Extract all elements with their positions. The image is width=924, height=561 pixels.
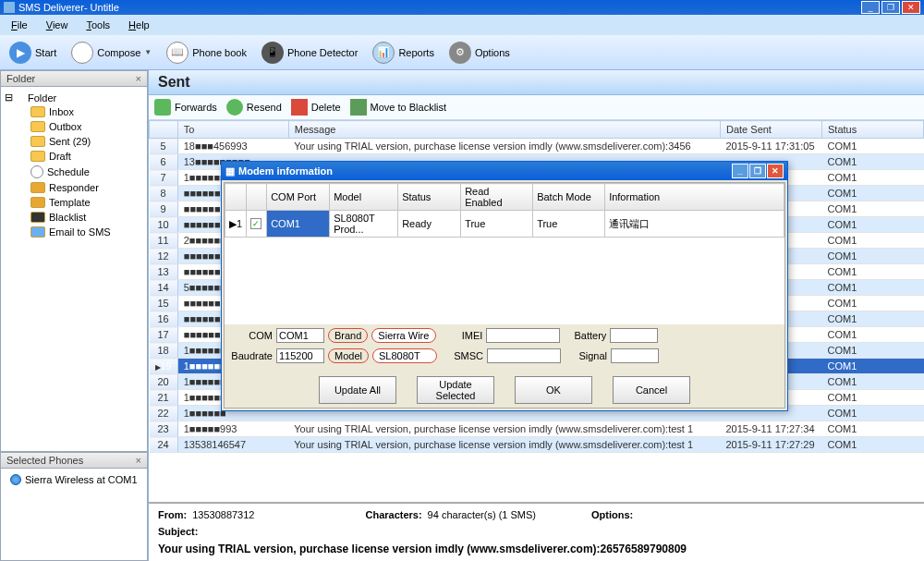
blacklist-button[interactable]: Move to Blacklist [350,99,447,116]
dialog-title-bar[interactable]: ▦ Modem information _ ❐ ✕ [222,162,787,180]
folder-icon [30,165,43,178]
modem-info-dialog: ▦ Modem information _ ❐ ✕ COM Port Model… [221,161,788,411]
compose-button[interactable]: ✉Compose▼ [67,40,155,66]
smsc-input[interactable] [487,348,561,363]
update-all-button[interactable]: Update All [319,376,396,404]
blacklist-icon [350,99,367,116]
modem-grid[interactable]: COM Port Model Status Read Enabled Batch… [225,183,784,324]
dialog-maximize-button[interactable]: ❐ [749,164,766,178]
col-read[interactable]: Read Enabled [461,184,533,211]
com-label: COM [230,330,273,341]
panel-close-icon[interactable]: × [136,73,141,84]
menu-bar: File View Tools Help [0,15,924,35]
close-button[interactable]: ✕ [902,1,920,14]
options-label: Options: [591,509,633,520]
folder-icon [30,151,45,162]
tree-item[interactable]: Sent (29) [5,134,143,149]
message-details: From:13530887312 Characters:94 character… [149,503,924,561]
dialog-buttons: Update All Update Selected OK Cancel [225,372,784,408]
app-title: SMS Deliverer- Untitle [18,2,119,13]
cancel-button[interactable]: Cancel [613,376,690,404]
dialog-close-button[interactable]: ✕ [767,164,784,178]
options-button[interactable]: ⚙Options [445,40,514,66]
col-batch[interactable]: Batch Mode [533,184,605,211]
dialog-title: Modem information [238,165,333,177]
folder-icon [30,121,45,132]
model-input[interactable] [372,348,437,363]
tree-item[interactable]: Email to SMS [5,225,143,239]
forward-button[interactable]: Forwards [154,99,217,116]
table-row[interactable]: 2413538146547Your using TRIAL version, p… [150,437,924,453]
table-row[interactable]: 518■■■456993Your using TRIAL version, pu… [150,139,924,154]
folder-icon [30,197,45,208]
col-model[interactable]: Model [330,184,398,211]
book-icon: 📖 [166,42,188,64]
col-to[interactable]: To [177,121,288,139]
battery-input[interactable] [610,328,658,343]
compose-icon: ✉ [71,42,93,64]
detector-button[interactable]: 📱Phone Detector [258,40,361,66]
tree-item[interactable]: Responder [5,180,143,195]
dialog-minimize-button[interactable]: _ [732,164,748,178]
minimize-button[interactable]: _ [861,1,880,14]
col-status[interactable]: Status [822,121,924,139]
phone-icon: 📱 [261,42,284,64]
ok-button[interactable]: OK [515,376,592,404]
brand-input[interactable] [371,328,436,343]
folder-icon [30,136,45,147]
selected-phones-list: Sierra Wireless at COM1 [0,469,148,561]
gear-icon: ⚙ [449,42,471,64]
delete-icon [291,99,308,116]
imei-label: IMEI [440,330,482,341]
menu-tools[interactable]: Tools [79,18,117,32]
col-message[interactable]: Message [288,121,720,139]
maximize-button[interactable]: ❐ [881,1,900,14]
modem-row[interactable]: ▶1 ✓ COM1 SL8080T Prod... Ready True Tru… [225,211,784,238]
from-label: From: [158,509,187,520]
menu-view[interactable]: View [39,18,76,32]
resend-button[interactable]: Resend [226,99,282,116]
table-row[interactable]: 231■■■■■993Your using TRIAL version, pur… [150,421,924,437]
col-status[interactable]: Status [398,184,461,211]
col-info[interactable]: Information [605,184,784,211]
tree-item[interactable]: Schedule [5,164,143,180]
menu-help[interactable]: Help [121,18,157,32]
reports-button[interactable]: 📊Reports [369,40,438,66]
modem-form: COM Brand IMEI Battery Baudrate Model SM… [225,324,784,372]
baud-input[interactable] [276,348,324,363]
signal-input[interactable] [611,348,659,363]
menu-file[interactable]: File [4,18,35,32]
imei-input[interactable] [486,328,560,343]
app-icon [4,2,15,13]
brand-label: Brand [328,328,368,343]
selected-phones-header: Selected Phones × [0,452,148,469]
com-input[interactable] [276,328,324,343]
start-button[interactable]: Start [6,40,60,66]
update-selected-button[interactable]: Update Selected [417,376,494,404]
folder-icon [30,212,45,223]
phone-item[interactable]: Sierra Wireless at COM1 [5,472,143,487]
resend-icon [226,99,243,116]
message-body: Your using TRIAL version, purchase licen… [158,543,915,555]
tree-item[interactable]: Blacklist [5,210,143,225]
phonebook-button[interactable]: 📖Phone book [163,40,250,66]
col-date[interactable]: Date Sent [721,121,822,139]
battery-label: Battery [564,330,606,341]
checkbox-icon[interactable]: ✓ [250,218,261,229]
toolbar: Start ✉Compose▼ 📖Phone book 📱Phone Detec… [0,35,924,70]
dropdown-icon: ▼ [144,48,152,56]
tree-item[interactable]: Template [5,195,143,210]
panel-close-icon[interactable]: × [136,455,141,466]
content-title: Sent [149,70,924,95]
tree-root[interactable]: ⊟Folder [5,91,143,104]
modem-icon [10,474,21,485]
folder-tree: ⊟Folder InboxOutboxSent (29)DraftSchedul… [0,87,148,452]
smsc-label: SMSC [441,350,483,361]
tree-item[interactable]: Inbox [5,104,143,119]
model-label: Model [328,348,369,363]
col-comport[interactable]: COM Port [267,184,330,211]
dialog-icon: ▦ [225,165,235,177]
tree-item[interactable]: Outbox [5,119,143,134]
tree-item[interactable]: Draft [5,149,143,164]
delete-button[interactable]: Delete [291,99,341,116]
